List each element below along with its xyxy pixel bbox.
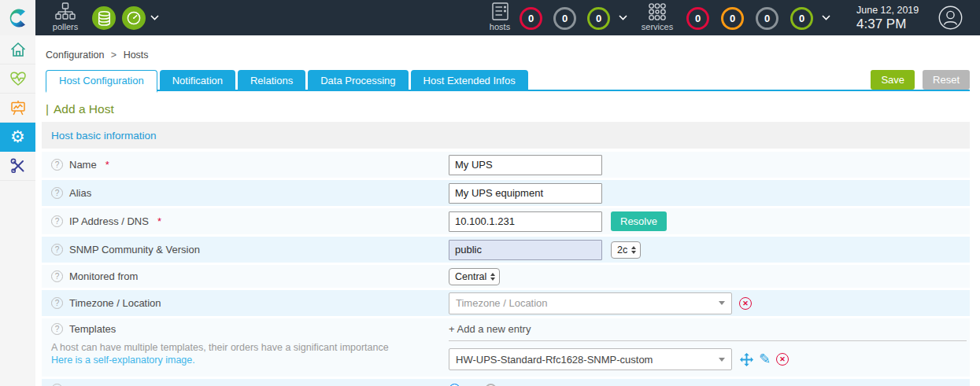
main-content: Configuration > Hosts Host Configuration… <box>35 35 970 386</box>
services-critical-badge[interactable]: 0 <box>686 7 709 30</box>
heartbeat-icon <box>9 70 27 87</box>
no-label: No <box>500 384 513 386</box>
sidebar-item-reporting[interactable] <box>0 94 35 123</box>
move-template-icon[interactable] <box>740 353 753 366</box>
services-icon <box>647 2 668 21</box>
sidebar: ⚙ <box>0 35 35 386</box>
tab-host-configuration[interactable]: Host Configuration <box>46 70 157 93</box>
templates-example-link[interactable]: Here is a self-explanatory image. <box>51 355 449 366</box>
snmp-community-input[interactable] <box>449 240 602 260</box>
help-icon[interactable] <box>51 384 63 386</box>
create-services-label: Create Services linked to the Template t… <box>69 384 261 386</box>
snmp-version-select[interactable]: 2c <box>611 241 641 259</box>
snmp-version-value: 2c <box>617 244 627 255</box>
sidebar-item-configuration[interactable]: ⚙ <box>0 123 35 152</box>
monitored-from-label: Monitored from <box>69 270 138 282</box>
save-button[interactable]: Save <box>871 70 915 90</box>
centreon-logo[interactable] <box>0 0 35 35</box>
sidebar-item-monitoring[interactable] <box>0 64 35 94</box>
poller-chevron-down-icon[interactable] <box>150 15 159 20</box>
row-snmp: SNMP Community & Version 2c <box>42 237 970 263</box>
current-time: 4:37 PM <box>856 17 919 32</box>
form-rows: Name * Alias <box>42 152 970 386</box>
services-warning-badge[interactable]: 0 <box>721 7 744 30</box>
tab-bar: Host Configuration Notification Relation… <box>46 70 970 91</box>
user-icon <box>938 6 963 30</box>
snmp-label: SNMP Community & Version <box>69 244 200 255</box>
hosts-menu[interactable]: hosts <box>486 2 514 31</box>
hosts-unreachable-badge[interactable]: 0 <box>553 7 576 30</box>
section-title: Host basic information <box>51 130 157 142</box>
timezone-select[interactable]: Timezone / Location <box>449 292 732 314</box>
clock: June 12, 2019 4:37 PM <box>856 5 919 32</box>
name-input[interactable] <box>449 155 602 175</box>
select-spinner-icon <box>631 246 636 254</box>
breadcrumb: Configuration > Hosts <box>46 50 970 61</box>
edit-template-icon[interactable] <box>759 352 771 366</box>
create-services-yes-radio[interactable] <box>449 384 460 386</box>
hosts-chevron-down-icon[interactable] <box>619 15 627 20</box>
current-date: June 12, 2019 <box>856 5 919 16</box>
create-services-no-radio[interactable] <box>485 384 497 386</box>
name-label: Name <box>69 159 97 171</box>
templates-label: Templates <box>69 323 116 335</box>
topbar: pollers <box>0 0 980 35</box>
templates-description: A host can have multiple templates, thei… <box>51 342 449 353</box>
ip-input[interactable] <box>449 211 602 232</box>
breadcrumb-configuration[interactable]: Configuration <box>46 50 104 61</box>
help-icon[interactable] <box>51 323 63 335</box>
services-unknown-badge[interactable]: 0 <box>756 7 778 30</box>
template-value: HW-UPS-Standard-Rfc1628-SNMP-custom <box>456 354 719 366</box>
pollers-button[interactable]: pollers <box>49 2 82 31</box>
services-menu[interactable]: services <box>638 2 677 31</box>
tab-notification[interactable]: Notification <box>160 70 235 91</box>
breadcrumb-separator: > <box>111 50 116 61</box>
page-title: |Add a Host <box>46 102 970 116</box>
sidebar-item-administration[interactable] <box>0 152 35 181</box>
help-icon[interactable] <box>51 297 63 309</box>
services-chevron-down-icon[interactable] <box>822 15 830 20</box>
monitored-from-select[interactable]: Central <box>449 268 500 285</box>
tab-host-extended-infos[interactable]: Host Extended Infos <box>411 70 528 91</box>
hosts-down-badge[interactable]: 0 <box>520 7 542 30</box>
row-ip-address: IP Address / DNS * Resolve <box>42 208 970 234</box>
breadcrumb-hosts[interactable]: Hosts <box>124 50 149 61</box>
dropdown-arrow-icon <box>719 358 725 362</box>
help-icon[interactable] <box>51 270 63 282</box>
add-template-entry-button[interactable]: + Add a new entry <box>449 323 967 341</box>
ip-label: IP Address / DNS <box>69 215 149 227</box>
alias-label: Alias <box>69 187 91 199</box>
monitored-from-value: Central <box>455 271 486 282</box>
tab-relations[interactable]: Relations <box>238 70 305 91</box>
tab-data-processing[interactable]: Data Processing <box>308 70 408 91</box>
resolve-button[interactable]: Resolve <box>611 211 667 231</box>
alias-input[interactable] <box>449 183 602 204</box>
help-icon[interactable] <box>51 159 63 171</box>
section-host-basic-information: Host basic information <box>42 122 970 149</box>
timezone-clear-icon[interactable] <box>739 297 752 310</box>
sidebar-item-home[interactable] <box>0 35 35 64</box>
row-timezone: Timezone / Location Timezone / Location <box>42 290 970 316</box>
database-status-button[interactable] <box>92 6 116 30</box>
help-icon[interactable] <box>51 215 63 227</box>
help-icon[interactable] <box>51 244 63 255</box>
row-create-services: Create Services linked to the Template t… <box>42 379 970 386</box>
centreon-logo-icon <box>7 7 29 29</box>
delete-template-icon[interactable] <box>776 353 789 366</box>
row-monitored-from: Monitored from Central <box>42 265 970 288</box>
user-menu-button[interactable] <box>938 6 963 30</box>
pollers-icon <box>55 2 76 21</box>
home-icon <box>9 41 27 58</box>
reset-button[interactable]: Reset <box>923 70 970 90</box>
hosts-up-badge[interactable]: 0 <box>587 7 610 30</box>
timezone-placeholder: Timezone / Location <box>456 297 719 309</box>
pollers-label: pollers <box>53 22 78 31</box>
gear-icon: ⚙ <box>10 129 25 145</box>
services-label: services <box>642 22 673 31</box>
tools-icon <box>9 157 27 175</box>
page-title-bar: | <box>46 102 49 116</box>
services-ok-badge[interactable]: 0 <box>790 7 813 30</box>
template-select[interactable]: HW-UPS-Standard-Rfc1628-SNMP-custom <box>449 348 732 370</box>
latency-status-button[interactable] <box>122 6 146 30</box>
help-icon[interactable] <box>51 187 63 199</box>
